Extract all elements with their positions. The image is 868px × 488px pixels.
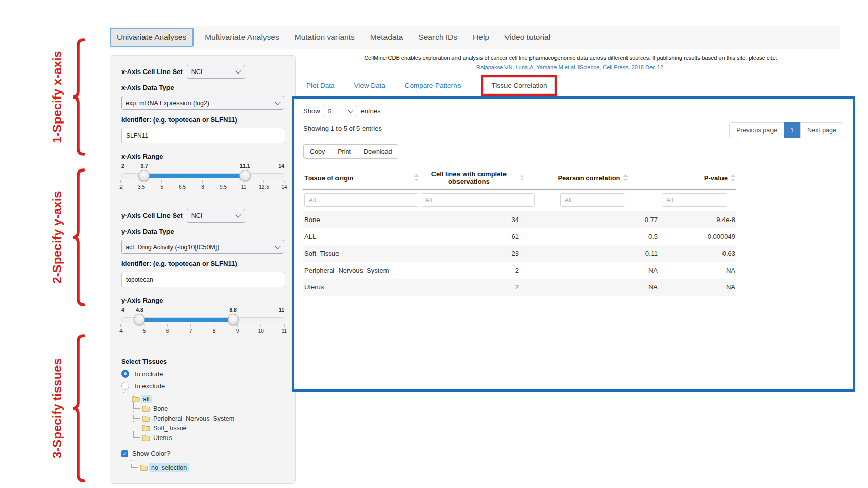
y-cell-line-set-select[interactable]: NCI xyxy=(187,209,245,223)
x-data-type-value: exp: mRNA Expression (log2) xyxy=(126,100,209,107)
tree-item-label[interactable]: all xyxy=(141,395,152,403)
tree-item-no-selection[interactable]: no_selection xyxy=(131,462,284,472)
show-color-checkbox[interactable]: ✓ xyxy=(121,450,128,457)
nav-tab-help[interactable]: Help xyxy=(473,33,489,42)
cell-tissue: Uterus xyxy=(303,279,420,296)
tree-item-bone[interactable]: Bone xyxy=(133,404,284,413)
tab-tissue-correlation[interactable]: Tissue Correlation xyxy=(483,77,555,94)
x-identifier-label: Identifier: (e.g. topotecan or SLFN11) xyxy=(121,116,284,124)
column-header-cell-lines-with-complete-observations[interactable]: Cell lines with complete observations xyxy=(420,165,525,190)
radio-to-exclude-control[interactable] xyxy=(121,382,129,390)
table-row[interactable]: ALL610.50.000049 xyxy=(303,228,736,245)
slider-tick: 5 xyxy=(143,324,146,334)
filter-input-cell-lines-with-complete-observations[interactable] xyxy=(421,193,535,207)
column-header-tissue-of-origin[interactable]: Tissue of origin xyxy=(303,165,420,190)
sort-icon[interactable] xyxy=(731,174,735,181)
slider-handle[interactable] xyxy=(138,170,150,181)
radio-to-include-label: To include xyxy=(133,370,163,378)
column-header-label: Tissue of origin xyxy=(304,174,354,182)
radio-to-include-control[interactable] xyxy=(121,370,129,378)
tree-item-label[interactable]: Uterus xyxy=(151,434,174,442)
slider-track[interactable] xyxy=(121,317,284,322)
sort-icon[interactable] xyxy=(623,174,628,181)
tree-item-label[interactable]: Soft_Tissue xyxy=(151,424,189,432)
nav-tab-search-ids[interactable]: Search IDs xyxy=(418,33,457,42)
tissue-correlation-annotation-box: Tissue Correlation xyxy=(481,75,557,96)
y-data-type-select[interactable]: act: Drug Activity (-log10[IC50M]) xyxy=(121,240,284,254)
slider-tick: 9.5 xyxy=(220,180,227,190)
tree-item-all[interactable]: all xyxy=(123,394,284,404)
slider-tick: 5 xyxy=(160,180,163,190)
tab-view-data[interactable]: View Data xyxy=(354,82,385,89)
page-number-button[interactable]: 1 xyxy=(784,122,801,138)
select-tissues-title: Select Tissues xyxy=(121,358,284,365)
nav-tab-mutation-variants[interactable]: Mutation variants xyxy=(295,33,355,42)
column-header-pearson-correlation[interactable]: Pearson correlation xyxy=(525,165,661,190)
tree-connector xyxy=(133,411,140,419)
sort-icon[interactable] xyxy=(520,174,524,181)
folder-icon xyxy=(140,464,148,471)
download-button[interactable]: Download xyxy=(357,144,399,159)
folder-icon xyxy=(142,425,150,431)
copy-button[interactable]: Copy xyxy=(303,144,331,159)
next-page-button[interactable]: Next page xyxy=(800,122,843,138)
tree-item-peripheral-nervous-system[interactable]: Peripheral_Nervous_System xyxy=(133,413,284,423)
slider-tick: 7 xyxy=(189,324,192,334)
top-nav: Univariate AnalysesMultivariate Analyses… xyxy=(110,26,840,49)
print-button[interactable]: Print xyxy=(331,144,357,159)
nav-tab-univariate-analyses[interactable]: Univariate Analyses xyxy=(110,28,194,47)
tree-item-label[interactable]: Bone xyxy=(151,405,170,413)
analysis-subtabs: Plot DataView DataCompare Patterns Tissu… xyxy=(306,75,557,96)
slider-handle[interactable] xyxy=(134,314,145,325)
y-range-label: y-Axis Range xyxy=(121,297,284,304)
tree-item-soft-tissue[interactable]: Soft_Tissue xyxy=(133,423,284,433)
show-color-row[interactable]: ✓ Show Color? xyxy=(121,450,284,457)
x-identifier-input[interactable] xyxy=(121,128,285,143)
entries-count-value: 5 xyxy=(328,108,331,114)
x-data-type-select[interactable]: exp: mRNA Expression (log2) xyxy=(121,96,284,110)
slider-handle[interactable] xyxy=(239,170,251,181)
tree-connector xyxy=(123,392,130,399)
radio-to-include[interactable]: To include xyxy=(121,370,284,378)
sort-icon[interactable] xyxy=(414,174,419,181)
nav-tab-metadata[interactable]: Metadata xyxy=(370,33,403,42)
tree-item-uterus[interactable]: Uterus xyxy=(133,433,284,443)
folder-icon xyxy=(142,434,150,441)
chevron-down-icon xyxy=(235,212,241,217)
filter-input-p-value[interactable] xyxy=(662,193,727,207)
filter-input-tissue-of-origin[interactable] xyxy=(304,193,418,207)
y-range-slider: 44.88.8114567891011 xyxy=(121,307,284,339)
cell-value: 0.000049 xyxy=(661,228,736,245)
chevron-down-icon xyxy=(235,68,241,74)
table-row[interactable]: Bone340.779.4e-8 xyxy=(303,211,736,228)
x-cell-line-set-select[interactable]: NCI xyxy=(187,65,245,79)
y-cell-line-set-label: y-Axis Cell Line Set xyxy=(121,212,183,219)
x-cell-line-set-label: x-Axis Cell Line Set xyxy=(121,68,183,76)
slider-handle[interactable] xyxy=(228,314,239,325)
column-header-label: P-value xyxy=(704,174,728,182)
filter-input-pearson-correlation[interactable] xyxy=(560,193,625,207)
cell-value: 2 xyxy=(420,279,525,296)
citation-link[interactable]: Rajapakse.VN, Luna.A, Yamade.M et al. iS… xyxy=(294,63,848,72)
slider-high-label: 11.1 xyxy=(240,163,250,169)
x-data-type-label: x-Axis Data Type xyxy=(121,84,284,91)
column-header-p-value[interactable]: P-value xyxy=(661,165,736,190)
cell-value: NA xyxy=(525,262,661,279)
slider-tick: 9 xyxy=(236,324,239,334)
radio-to-exclude[interactable]: To exclude xyxy=(121,382,284,390)
y-identifier-input[interactable] xyxy=(121,272,285,287)
entries-count-select[interactable]: 5 xyxy=(324,105,357,117)
table-row[interactable]: Uterus2NANA xyxy=(303,279,736,296)
tree-item-label[interactable]: Peripheral_Nervous_System xyxy=(151,414,236,423)
table-row[interactable]: Peripheral_Nervous_System2NANA xyxy=(303,262,736,279)
previous-page-button[interactable]: Previous page xyxy=(729,122,784,138)
nav-tab-video-tutorial[interactable]: Video tutorial xyxy=(504,33,550,42)
tab-compare-patterns[interactable]: Compare Patterns xyxy=(405,82,461,89)
y-data-type-label: y-Axis Data Type xyxy=(121,228,284,235)
tree-item-label[interactable]: no_selection xyxy=(149,463,189,472)
tab-plot-data[interactable]: Plot Data xyxy=(306,82,335,89)
tree-connector xyxy=(133,402,140,409)
folder-icon xyxy=(142,405,150,412)
table-row[interactable]: Soft_Tissue230.110.63 xyxy=(303,245,736,262)
nav-tab-multivariate-analyses[interactable]: Multivariate Analyses xyxy=(205,33,279,42)
